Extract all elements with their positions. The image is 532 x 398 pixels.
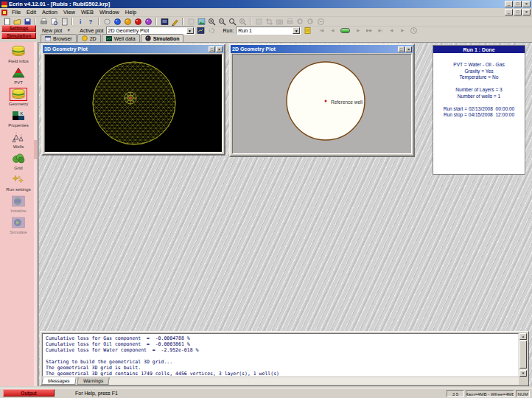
clock-icon[interactable] — [409, 27, 418, 35]
combobox-dropdown-icon[interactable]: ▼ — [186, 27, 194, 34]
snapshot-icon[interactable] — [275, 18, 284, 26]
combobox-dropdown-icon[interactable]: ▼ — [293, 27, 300, 34]
zoom-reset-icon[interactable] — [238, 18, 247, 26]
zoom-out-icon[interactable] — [217, 18, 226, 26]
printer2-icon[interactable] — [285, 18, 294, 26]
module-gray-ball-icon[interactable] — [102, 18, 111, 26]
menu-window[interactable]: Window — [97, 9, 122, 15]
pan-icon[interactable] — [254, 18, 263, 26]
plot3d-window[interactable]: 3D Geometry Plot □ × — [41, 43, 225, 156]
open-icon[interactable] — [13, 18, 21, 26]
plot-options-icon[interactable] — [197, 27, 206, 35]
simulation-button[interactable]: Simulation — [1, 32, 36, 39]
restore-button[interactable]: □ — [514, 1, 522, 7]
plot3d-canvas[interactable] — [44, 54, 223, 153]
menu-help[interactable]: Help — [122, 9, 139, 15]
save-icon[interactable] — [23, 18, 32, 26]
sidebar-item-initialize[interactable]: Initialize — [10, 195, 27, 213]
plot2d-window[interactable]: 2D Geometry Plot □ × Reference well — [229, 43, 415, 157]
tab-well-data[interactable]: Well data — [102, 34, 140, 42]
run-info-line: Number of wells = 1 — [433, 94, 525, 100]
play-icon[interactable]: ▶ — [354, 27, 363, 34]
close-button[interactable]: × — [405, 46, 412, 52]
run-info-line: Temperature = No — [433, 74, 525, 81]
zoom-prev-icon[interactable] — [295, 18, 304, 26]
zoom-next-icon[interactable] — [306, 18, 315, 26]
sidebar-item-field-infos[interactable]: Field infos — [8, 45, 28, 63]
sidebar-item-pvt[interactable]: PVT — [10, 66, 27, 85]
sidebar-item-geometry[interactable]: Geometry — [9, 88, 28, 106]
tab-messages[interactable]: Messages — [41, 377, 76, 385]
print-preview-icon[interactable] — [49, 18, 58, 26]
sidebar-item-properties[interactable]: K Properties — [8, 109, 28, 128]
plot3d-titlebar[interactable]: 3D Geometry Plot □ × — [43, 45, 224, 53]
crop-icon[interactable] — [265, 18, 273, 26]
close-button[interactable]: × — [522, 1, 531, 7]
menu-web[interactable]: WEB — [78, 9, 97, 15]
tab-browser[interactable]: Browser — [41, 34, 77, 42]
edit-pen-icon[interactable] — [170, 18, 179, 26]
sidebar-item-run-settings[interactable]: Run settings — [6, 173, 30, 192]
zoom-in-icon[interactable] — [207, 18, 216, 26]
sidebar-item-simulate[interactable]: Simulate — [10, 216, 27, 234]
module-amethyste-ball-icon[interactable] — [144, 18, 153, 26]
step-forward-icon[interactable]: ▶▶ — [365, 27, 374, 34]
child-close-button[interactable]: × — [522, 9, 531, 15]
print-icon[interactable] — [39, 18, 48, 26]
scroll-down-icon[interactable]: ▼ — [519, 370, 527, 377]
jump-end-icon[interactable]: ▶| — [376, 27, 385, 34]
child-minimize-button[interactable]: _ — [505, 9, 513, 15]
step-back2-icon[interactable]: ◀ — [387, 27, 396, 34]
tab-warnings[interactable]: Warnings — [77, 377, 110, 385]
menu-edit[interactable]: Edit — [24, 9, 39, 15]
sidebar-item-wells[interactable]: Wells — [10, 130, 27, 149]
module-saphir-ball-icon[interactable] — [113, 18, 122, 26]
tab-label: 2D — [90, 36, 97, 41]
new-icon[interactable] — [2, 18, 11, 26]
play2-icon[interactable]: ▶ — [398, 27, 407, 34]
run-info-icon[interactable] — [303, 27, 312, 35]
display-options-icon[interactable] — [160, 18, 169, 26]
new-plot-button[interactable]: New plot — [42, 28, 62, 33]
tab-2d[interactable]: 2D — [77, 34, 101, 42]
module-rubis-ball-icon[interactable] — [133, 18, 142, 26]
run-settings-icon — [10, 173, 27, 186]
refresh-plot-icon[interactable] — [208, 27, 217, 35]
menu-file[interactable]: File — [9, 9, 24, 15]
tab-simulation[interactable]: Simulation — [141, 34, 184, 42]
zoom-window-icon[interactable] — [228, 18, 237, 26]
module-topaze-ball-icon[interactable] — [123, 18, 132, 26]
plot2d-canvas[interactable]: Reference well — [232, 54, 412, 154]
minimize-button[interactable]: _ — [505, 1, 513, 7]
maximize-button[interactable]: □ — [398, 46, 405, 52]
menu-action[interactable]: Action — [39, 9, 60, 15]
well-data-icon — [106, 36, 112, 41]
output-button[interactable]: Output — [3, 389, 55, 397]
plot2d-titlebar[interactable]: 2D Geometry Plot □ × — [231, 45, 413, 53]
about-icon[interactable]: i — [76, 18, 85, 26]
geometry-icon — [10, 88, 27, 101]
copy-plot-icon[interactable] — [186, 18, 195, 26]
run-combobox[interactable]: Run 1 ▼ — [236, 27, 301, 35]
scroll-up-icon[interactable]: ▲ — [519, 333, 527, 340]
jump-start-icon[interactable]: |◀ — [317, 27, 326, 34]
plot2d-title: 2D Geometry Plot — [232, 46, 276, 52]
log-vertical-scrollbar[interactable]: ▲ ▼ — [519, 333, 527, 377]
step-back-icon[interactable]: ◀ — [328, 27, 337, 34]
child-restore-button[interactable]: □ — [514, 9, 522, 15]
sidebar-scrollbar[interactable] — [34, 42, 37, 386]
maximize-button[interactable]: □ — [209, 46, 215, 52]
scrollbar-thumb[interactable] — [519, 341, 527, 369]
page-setup-icon[interactable] — [60, 18, 69, 26]
new-plot-dropdown-icon[interactable]: ▼ — [64, 27, 73, 34]
image-icon[interactable] — [197, 18, 206, 26]
scale-one-icon[interactable] — [316, 18, 325, 26]
close-button[interactable]: × — [216, 46, 223, 52]
help-icon[interactable]: ? — [86, 18, 95, 26]
sidebar-scrollbar-thumb[interactable] — [34, 140, 37, 159]
log-text-area[interactable]: Cumulative loss for Gas component = -0.0… — [42, 333, 519, 377]
settings-button[interactable]: Settings — [1, 25, 36, 32]
active-plot-combobox[interactable]: 2D Geometry Plot ▼ — [106, 27, 195, 35]
menu-view[interactable]: View — [60, 9, 78, 15]
sidebar-item-grid[interactable]: Grid — [10, 152, 27, 170]
